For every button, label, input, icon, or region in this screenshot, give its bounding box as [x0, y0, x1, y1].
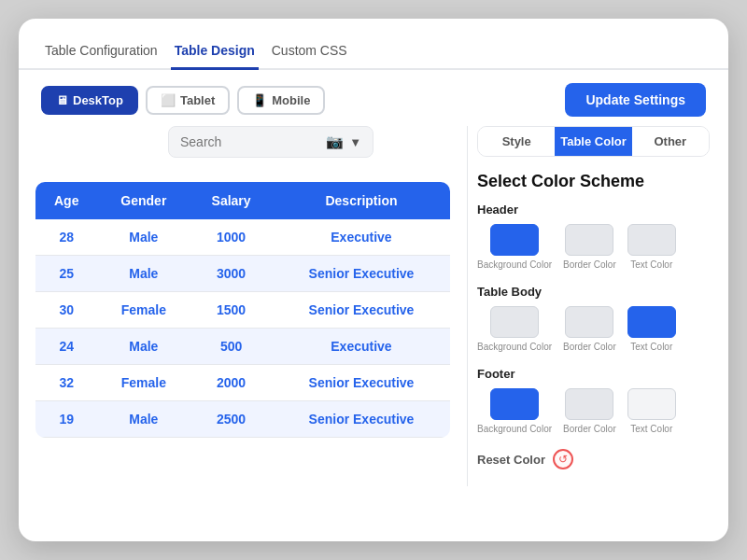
- table-cell: Male: [97, 329, 190, 365]
- header-border-swatch-wrap: Border Color: [563, 224, 616, 270]
- device-buttons-group: 🖥 DeskTop ⬜ Tablet 📱 Mobile: [41, 86, 325, 115]
- body-bg-color-swatch[interactable]: [490, 306, 539, 338]
- header-text-swatch-wrap: Text Color: [627, 224, 676, 270]
- body-bg-label: Background Color: [477, 342, 552, 352]
- body-border-color-swatch[interactable]: [565, 306, 613, 338]
- main-content: 📷 ▼ Age Gender Salary Description 28Male: [19, 126, 728, 486]
- footer-text-label: Text Color: [630, 424, 672, 434]
- table-cell: Senior Executive: [273, 292, 450, 329]
- body-bg-swatch-wrap: Background Color: [477, 306, 552, 352]
- search-input[interactable]: [180, 134, 292, 149]
- table-cell: Senior Executive: [273, 256, 450, 292]
- table-cell: Senior Executive: [273, 401, 450, 438]
- table-cell: 28: [35, 219, 97, 256]
- table-cell: Male: [97, 219, 190, 256]
- camera-icon: 📷: [326, 133, 344, 150]
- tablet-icon: ⬜: [161, 93, 176, 107]
- footer-border-swatch-wrap: Border Color: [563, 388, 616, 434]
- table-cell: 2000: [190, 365, 273, 401]
- table-row: 28Male1000Executive: [35, 219, 450, 256]
- body-border-label: Border Color: [563, 342, 616, 352]
- table-cell: Executive: [273, 219, 450, 256]
- table-cell: 19: [35, 401, 97, 438]
- table-cell: 30: [35, 292, 97, 329]
- table-cell: 1500: [190, 292, 273, 329]
- reset-color-row: Reset Color ↺: [477, 449, 710, 469]
- table-cell: Senior Executive: [273, 365, 450, 401]
- tab-bar: Table Configuration Table Design Custom …: [19, 19, 728, 70]
- table-cell: 32: [35, 365, 97, 401]
- footer-bg-swatch-wrap: Background Color: [477, 388, 552, 434]
- body-swatches: Background Color Border Color Text Color: [477, 306, 710, 352]
- search-bar: 📷 ▼: [168, 126, 374, 158]
- reset-color-icon[interactable]: ↺: [553, 449, 573, 469]
- header-bg-label: Background Color: [477, 259, 552, 270]
- tab-custom-css[interactable]: Custom CSS: [268, 35, 351, 70]
- right-tab-bar: Style Table Color Other: [477, 126, 710, 157]
- table-row: 25Male3000Senior Executive: [35, 256, 450, 292]
- body-border-swatch-wrap: Border Color: [563, 306, 616, 352]
- body-text-color-swatch[interactable]: [627, 306, 676, 338]
- table-cell: 2500: [190, 401, 273, 438]
- tab-style[interactable]: Style: [478, 127, 555, 156]
- footer-bg-label: Background Color: [477, 424, 552, 434]
- table-cell: 3000: [190, 256, 273, 292]
- reset-color-label: Reset Color: [477, 453, 545, 467]
- table-cell: 24: [35, 329, 97, 365]
- table-cell: Female: [97, 365, 190, 401]
- table-cell: Male: [97, 256, 190, 292]
- header-text-label: Text Color: [630, 259, 672, 270]
- footer-text-swatch-wrap: Text Color: [627, 388, 676, 434]
- update-settings-button[interactable]: Update Settings: [565, 83, 706, 117]
- header-bg-color-swatch[interactable]: [490, 224, 539, 256]
- table-cell: Male: [97, 401, 190, 438]
- header-section-title: Header: [477, 203, 710, 217]
- table-cell: 500: [190, 329, 273, 365]
- desktop-button[interactable]: 🖥 DeskTop: [41, 86, 138, 115]
- footer-bg-color-swatch[interactable]: [490, 388, 539, 420]
- col-header-description: Description: [273, 182, 450, 219]
- tab-table-configuration[interactable]: Table Configuration: [41, 35, 162, 70]
- table-row: 19Male2500Senior Executive: [35, 401, 450, 438]
- body-text-label: Text Color: [630, 342, 672, 352]
- footer-section-title: Footer: [477, 367, 710, 381]
- table-cell: 25: [35, 256, 97, 292]
- tab-other[interactable]: Other: [632, 127, 709, 156]
- col-header-salary: Salary: [190, 182, 273, 219]
- select-color-title: Select Color Scheme: [477, 172, 710, 191]
- body-section-title: Table Body: [477, 285, 710, 299]
- footer-border-label: Border Color: [563, 424, 616, 434]
- footer-swatches: Background Color Border Color Text Color: [477, 388, 710, 434]
- right-panel: Style Table Color Other Select Color Sch…: [467, 126, 728, 486]
- monitor-icon: 🖥: [56, 93, 68, 107]
- body-text-swatch-wrap: Text Color: [627, 306, 676, 352]
- col-header-gender: Gender: [97, 182, 190, 219]
- tablet-button[interactable]: ⬜ Tablet: [146, 86, 230, 115]
- table-cell: 1000: [190, 219, 273, 256]
- left-panel: 📷 ▼ Age Gender Salary Description 28Male: [19, 126, 467, 486]
- footer-border-color-swatch[interactable]: [565, 388, 613, 420]
- header-border-label: Border Color: [563, 259, 616, 270]
- mobile-icon: 📱: [252, 93, 267, 107]
- tab-table-color[interactable]: Table Color: [555, 127, 631, 156]
- header-swatches: Background Color Border Color Text Color: [477, 224, 710, 270]
- data-table: Age Gender Salary Description 28Male1000…: [35, 182, 450, 438]
- table-row: 24Male500Executive: [35, 329, 450, 365]
- table-row: 32Female2000Senior Executive: [35, 365, 450, 401]
- header-bg-swatch-wrap: Background Color: [477, 224, 552, 270]
- header-text-color-swatch[interactable]: [627, 224, 676, 256]
- table-row: 30Female1500Senior Executive: [35, 292, 450, 329]
- header-border-color-swatch[interactable]: [565, 224, 613, 256]
- footer-text-color-swatch[interactable]: [627, 388, 676, 420]
- chevron-down-icon: ▼: [349, 135, 361, 149]
- device-bar: 🖥 DeskTop ⬜ Tablet 📱 Mobile Update Setti…: [19, 70, 728, 126]
- main-card: Table Configuration Table Design Custom …: [19, 19, 728, 541]
- table-cell: Executive: [273, 329, 450, 365]
- col-header-age: Age: [35, 182, 97, 219]
- mobile-button[interactable]: 📱 Mobile: [237, 86, 325, 115]
- tab-table-design[interactable]: Table Design: [171, 35, 259, 70]
- table-cell: Female: [97, 292, 190, 329]
